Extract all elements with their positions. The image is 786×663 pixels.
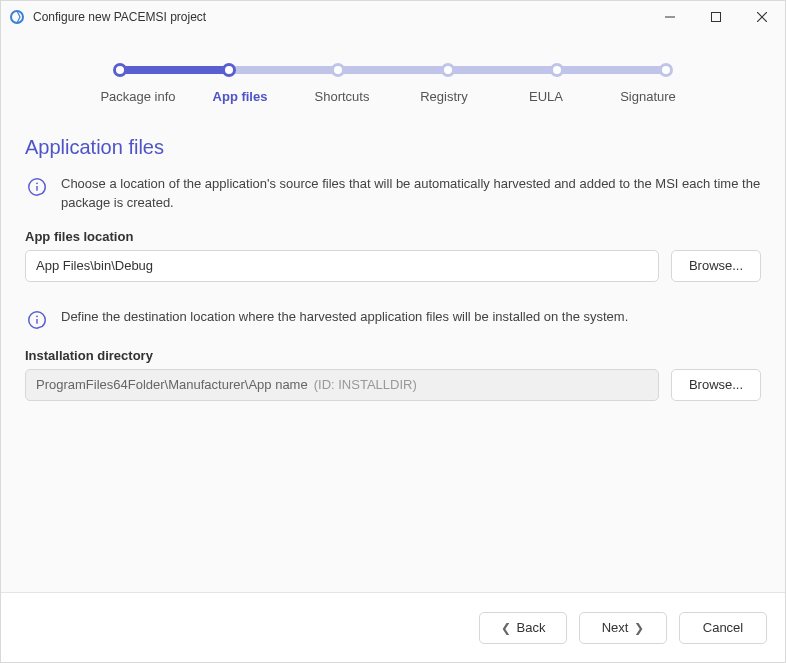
content-area: Package info App files Shortcuts Registr… [1, 33, 785, 592]
window-controls [647, 1, 785, 33]
step-label-eula[interactable]: EULA [501, 89, 591, 104]
step-circle-package-info[interactable] [113, 63, 127, 77]
step-label-shortcuts[interactable]: Shortcuts [297, 89, 387, 104]
wizard-stepper: Package info App files Shortcuts Registr… [113, 63, 673, 104]
step-circle-signature[interactable] [659, 63, 673, 77]
chevron-right-icon: ❯ [634, 621, 644, 635]
wizard-footer: ❮ Back Next ❯ Cancel [1, 592, 785, 662]
svg-point-0 [11, 11, 23, 23]
svg-rect-2 [712, 13, 721, 22]
step-label-signature[interactable]: Signature [603, 89, 693, 104]
step-circle-registry[interactable] [441, 63, 455, 77]
svg-point-8 [36, 315, 38, 317]
info-icon [25, 175, 49, 199]
step-label-package-info[interactable]: Package info [93, 89, 183, 104]
next-button-label: Next [602, 620, 629, 635]
window-title: Configure new PACEMSI project [33, 10, 206, 24]
page-title: Application files [25, 136, 761, 159]
cancel-button-label: Cancel [703, 620, 743, 635]
step-circle-eula[interactable] [550, 63, 564, 77]
minimize-button[interactable] [647, 1, 693, 33]
step-label-app-files[interactable]: App files [195, 89, 285, 104]
step-label-registry[interactable]: Registry [399, 89, 489, 104]
close-button[interactable] [739, 1, 785, 33]
svg-point-6 [36, 182, 38, 184]
info-icon [25, 308, 49, 332]
install-dir-label: Installation directory [25, 348, 761, 363]
step-circle-app-files[interactable] [222, 63, 236, 77]
window-root: Configure new PACEMSI project [0, 0, 786, 663]
browse-app-files-button[interactable]: Browse... [671, 250, 761, 282]
titlebar: Configure new PACEMSI project [1, 1, 785, 33]
chevron-left-icon: ❮ [501, 621, 511, 635]
browse-install-dir-button[interactable]: Browse... [671, 369, 761, 401]
app-icon [9, 9, 25, 25]
app-files-location-label: App files location [25, 229, 761, 244]
info-text-source: Choose a location of the application's s… [61, 175, 761, 213]
cancel-button[interactable]: Cancel [679, 612, 767, 644]
install-dir-value: ProgramFiles64Folder\Manufacturer\App na… [36, 377, 308, 392]
install-dir-input[interactable]: ProgramFiles64Folder\Manufacturer\App na… [25, 369, 659, 401]
info-text-destination: Define the destination location where th… [61, 308, 628, 327]
step-circle-shortcuts[interactable] [331, 63, 345, 77]
back-button[interactable]: ❮ Back [479, 612, 567, 644]
install-dir-hint: (ID: INSTALLDIR) [314, 377, 417, 392]
maximize-button[interactable] [693, 1, 739, 33]
back-button-label: Back [517, 620, 546, 635]
app-files-location-input[interactable] [25, 250, 659, 282]
next-button[interactable]: Next ❯ [579, 612, 667, 644]
